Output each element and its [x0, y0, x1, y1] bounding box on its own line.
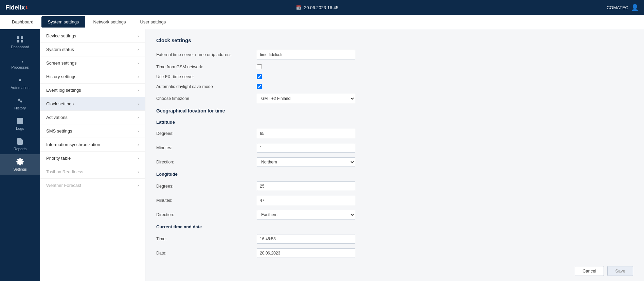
- menu-item-system-status[interactable]: System status ›: [40, 43, 145, 56]
- latitude-minutes-group: Minutes:: [156, 143, 633, 153]
- left-menu: Device settings › System status › Screen…: [40, 29, 145, 281]
- tab-network-settings[interactable]: Network settings: [87, 16, 132, 28]
- time-input[interactable]: [257, 234, 355, 244]
- automatic-daylight-label: Automatic daylight save mode: [156, 84, 251, 89]
- longitude-degrees-group: Degrees:: [156, 181, 633, 191]
- automatic-daylight-group: Automatic daylight save mode: [156, 84, 633, 89]
- save-button[interactable]: Save: [607, 266, 633, 276]
- svg-rect-3: [21, 40, 23, 42]
- automatic-daylight-checkbox[interactable]: [257, 84, 262, 89]
- longitude-minutes-label: Minutes:: [156, 198, 251, 203]
- menu-item-history-settings[interactable]: History settings ›: [40, 70, 145, 84]
- menu-item-tosibox-readiness: Tosibox Readiness ›: [40, 165, 145, 179]
- longitude-direction-label: Direction:: [156, 212, 251, 217]
- svg-rect-1: [21, 36, 23, 39]
- chevron-right-icon: ›: [138, 129, 139, 134]
- geo-section-title: Geographical location for time: [156, 108, 633, 113]
- logo: Fidelix1: [5, 4, 28, 11]
- external-time-server-label: External time server name or ip address:: [156, 52, 251, 57]
- tab-dashboard[interactable]: Dashboard: [5, 16, 40, 28]
- cancel-button[interactable]: Cancel: [575, 266, 604, 276]
- user-icon: 👤: [631, 4, 639, 11]
- section-title: Clock settings: [156, 37, 633, 43]
- svg-rect-0: [17, 36, 19, 39]
- chevron-right-icon: ›: [138, 74, 139, 79]
- date-group: Date:: [156, 248, 633, 258]
- reports-icon: [16, 137, 24, 145]
- latitude-minutes-label: Minutes:: [156, 145, 251, 150]
- latitude-degrees-input[interactable]: [257, 129, 355, 138]
- longitude-title: Longitude: [156, 172, 633, 177]
- svg-point-4: [19, 79, 21, 81]
- svg-rect-2: [17, 40, 19, 42]
- sidebar-item-automation[interactable]: Automation: [0, 73, 40, 93]
- longitude-direction-group: Direction: Easthern Wasthern: [156, 210, 633, 219]
- latitude-minutes-input[interactable]: [257, 143, 355, 153]
- use-fx-time-server-checkbox[interactable]: [257, 74, 262, 79]
- topbar: Fidelix1 📅 20.06.2023 16:45 COMATEC 👤: [0, 0, 644, 15]
- button-row: Cancel Save: [156, 266, 633, 276]
- longitude-degrees-input[interactable]: [257, 181, 355, 191]
- sidebar-item-reports[interactable]: Reports: [0, 134, 40, 154]
- date-input[interactable]: [257, 248, 355, 258]
- content-area: Clock settings External time server name…: [145, 29, 644, 281]
- use-fx-time-server-label: Use FX- time server: [156, 74, 251, 79]
- chevron-right-icon: ›: [138, 183, 139, 188]
- time-from-gsm-label: Time from GSM network:: [156, 65, 251, 69]
- grid-icon: [16, 35, 24, 43]
- chevron-right-icon: ›: [138, 47, 139, 52]
- sidebar-item-history[interactable]: History: [0, 93, 40, 113]
- menu-item-device-settings[interactable]: Device settings ›: [40, 29, 145, 43]
- menu-item-clock-settings[interactable]: Clock settings ›: [40, 97, 145, 111]
- chevron-right-icon: ›: [138, 142, 139, 147]
- topbar-user: COMATEC 👤: [607, 4, 639, 11]
- sidebar-item-logs[interactable]: Logs: [0, 113, 40, 134]
- timezone-label: Choose timezone: [156, 96, 251, 101]
- menu-item-event-log-settings[interactable]: Event log settings ›: [40, 84, 145, 97]
- svg-rect-5: [17, 118, 23, 124]
- latitude-degrees-group: Degrees:: [156, 129, 633, 138]
- time-label: Time:: [156, 236, 251, 241]
- sidebar: Dashboard Processes Automation History L…: [0, 29, 40, 281]
- longitude-direction-select[interactable]: Easthern Wasthern: [257, 210, 355, 219]
- time-group: Time:: [156, 234, 633, 244]
- menu-item-activations[interactable]: Activations ›: [40, 111, 145, 124]
- sidebar-item-dashboard[interactable]: Dashboard: [0, 32, 40, 52]
- chevron-right-icon: ›: [138, 34, 139, 38]
- sidebar-item-settings[interactable]: Settings: [0, 154, 40, 175]
- longitude-minutes-group: Minutes:: [156, 196, 633, 205]
- timezone-group: Choose timezone GMT +2 Finland GMT +3 GM…: [156, 94, 633, 103]
- latitude-title: Lattitude: [156, 120, 633, 125]
- latitude-direction-group: Direction: Northern Southern: [156, 157, 633, 167]
- settings-icon: [16, 158, 24, 166]
- process-icon: [16, 56, 24, 64]
- chevron-right-icon: ›: [138, 156, 139, 161]
- logs-icon: [16, 117, 24, 125]
- external-time-server-input[interactable]: [257, 50, 355, 59]
- automation-icon: [16, 76, 24, 84]
- tab-user-settings[interactable]: User settings: [133, 16, 172, 28]
- current-time-date-title: Current time and date: [156, 224, 633, 229]
- menu-item-information-synchronization[interactable]: Information synchronization ›: [40, 138, 145, 152]
- chevron-right-icon: ›: [138, 115, 139, 120]
- time-from-gsm-group: Time from GSM network:: [156, 64, 633, 69]
- tab-system-settings[interactable]: System settings: [41, 16, 86, 28]
- topbar-datetime: 📅 20.06.2023 16:45: [296, 5, 338, 10]
- latitude-direction-label: Direction:: [156, 160, 251, 164]
- sidebar-item-processes[interactable]: Processes: [0, 52, 40, 73]
- latitude-degrees-label: Degrees:: [156, 131, 251, 136]
- menu-item-priority-table[interactable]: Priority table ›: [40, 152, 145, 165]
- chevron-right-icon: ›: [138, 61, 139, 66]
- menu-item-weather-forecast: Weather Forecast ›: [40, 179, 145, 192]
- history-icon: [16, 96, 24, 105]
- menu-item-sms-settings[interactable]: SMS settings ›: [40, 124, 145, 138]
- chevron-right-icon: ›: [138, 170, 139, 174]
- menu-item-screen-settings[interactable]: Screen settings ›: [40, 56, 145, 70]
- time-from-gsm-checkbox[interactable]: [257, 64, 262, 69]
- latitude-direction-select[interactable]: Northern Southern: [257, 157, 355, 167]
- longitude-minutes-input[interactable]: [257, 196, 355, 205]
- longitude-degrees-label: Degrees:: [156, 184, 251, 189]
- timezone-select[interactable]: GMT +2 Finland GMT +3 GMT +1 GMT 0 GMT -…: [257, 94, 355, 103]
- main-layout: Dashboard Processes Automation History L…: [0, 29, 644, 281]
- date-label: Date:: [156, 251, 251, 256]
